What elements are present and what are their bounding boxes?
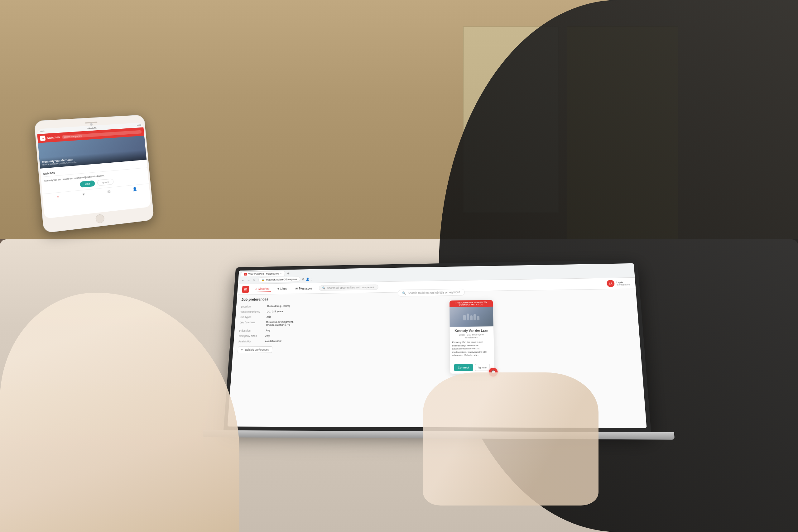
pref-company-size: Company sizes Any bbox=[239, 334, 310, 338]
pref-industries-label: Industries bbox=[239, 329, 266, 332]
phone-home-button[interactable] bbox=[95, 214, 105, 224]
pref-job-types: Job types Job bbox=[240, 315, 311, 319]
edit-preferences-button[interactable]: ✏ Edit job preferences bbox=[238, 346, 272, 353]
card-industry: Legal · 210 employees bbox=[459, 333, 484, 336]
card-company-image bbox=[450, 307, 493, 327]
user-avatar[interactable]: LA bbox=[607, 280, 615, 287]
card-location: Amsterdam bbox=[465, 336, 478, 339]
phone-battery: 100% bbox=[136, 124, 141, 126]
phone-nav-likes[interactable]: ♥ bbox=[82, 192, 85, 197]
nav-likes-label: Likes bbox=[280, 287, 287, 290]
browser-active-tab[interactable]: m Your matches | Magnet.me × bbox=[241, 271, 285, 277]
likes-icon: ♥ bbox=[278, 287, 279, 290]
pref-company-size-value: Any bbox=[265, 334, 270, 337]
pref-functions-label: Job functions bbox=[240, 321, 266, 327]
ignore-button[interactable]: Ignore bbox=[475, 364, 490, 370]
phone-ignore-button[interactable]: Ignore bbox=[97, 178, 113, 186]
pref-location: Location Rotterdam (+50km) bbox=[241, 304, 311, 308]
hand-right bbox=[423, 373, 598, 506]
silhouette-3 bbox=[470, 315, 472, 320]
messages-icon: ✉ bbox=[295, 287, 298, 290]
card-image-overlay bbox=[450, 307, 493, 327]
pref-availability-label: Availability bbox=[238, 340, 265, 343]
browser-actions: ⚙ 👤 ⋮ bbox=[302, 278, 313, 281]
content-search-bar[interactable]: 🔍 Search matches on job title or keyword bbox=[397, 289, 465, 297]
card-body: Kennedy Van der Laan Legal · 210 employe… bbox=[450, 326, 494, 362]
back-button[interactable]: ← bbox=[240, 278, 245, 282]
job-preferences-panel: Job preferences Location Rotterdam (+50k… bbox=[232, 297, 312, 425]
forward-button[interactable]: → bbox=[246, 278, 251, 282]
tab-title: Your matches | Magnet.me bbox=[248, 272, 279, 276]
url-text: magnet.me/en-GB/explore bbox=[266, 278, 297, 281]
card-banner: THIS COMPANY WANTS TO CONNECT WITH YOU bbox=[449, 300, 493, 307]
company-card: THIS COMPANY WANTS TO CONNECT WITH YOU bbox=[449, 300, 494, 373]
nav-messages-label: Messages bbox=[299, 286, 312, 290]
silhouette-2 bbox=[466, 313, 469, 320]
pref-industries: Industries Any bbox=[239, 328, 310, 332]
job-preferences-title: Job preferences bbox=[241, 297, 312, 302]
pref-job-types-value: Job bbox=[266, 316, 270, 319]
tab-favicon: m bbox=[244, 273, 247, 276]
phone-network: T-Mobile NL bbox=[87, 127, 97, 129]
user-info: Layla at magnet.me bbox=[616, 281, 630, 286]
phone-camera bbox=[90, 123, 93, 126]
nav-likes[interactable]: ♥ Likes bbox=[276, 286, 289, 291]
nav-matches[interactable]: ⌂ Matches bbox=[253, 286, 271, 292]
address-bar[interactable]: 🔒 magnet.me/en-GB/explore bbox=[258, 277, 300, 282]
connect-button[interactable]: Connect bbox=[454, 364, 473, 370]
refresh-button[interactable]: ↻ bbox=[252, 278, 257, 282]
card-company-name: Kennedy Van der Laan bbox=[452, 329, 491, 332]
logo-text: m bbox=[244, 287, 247, 291]
phone-screen: 10:41 T-Mobile NL 100% m Matc.hes Search… bbox=[37, 122, 151, 219]
pref-company-size-label: Company sizes bbox=[239, 335, 266, 338]
phone-nav-home[interactable]: ⌂ bbox=[56, 194, 59, 199]
tab-close-button[interactable]: × bbox=[280, 272, 282, 274]
user-section: LA Layla at magnet.me bbox=[607, 280, 630, 287]
pref-availability-value: Available now bbox=[265, 339, 282, 343]
phone-device: 10:41 T-Mobile NL 100% m Matc.hes Search… bbox=[34, 114, 154, 233]
pref-location-label: Location bbox=[241, 305, 267, 308]
card-actions: Connect Ignore bbox=[450, 362, 494, 373]
edit-prefs-label: Edit job preferences bbox=[245, 348, 269, 351]
content-search-placeholder: Search matches on job title or keyword bbox=[407, 290, 460, 294]
user-name: Layla bbox=[616, 281, 630, 284]
matches-label: Matches bbox=[43, 171, 55, 175]
card-subtitle: Legal · 210 employees Amsterdam bbox=[452, 333, 491, 339]
silhouette-1 bbox=[463, 315, 466, 320]
extensions-icon[interactable]: ⚙ bbox=[302, 278, 305, 281]
pref-functions: Job functions Business development, Comm… bbox=[240, 320, 310, 327]
search-placeholder: Search all opportunities and companies bbox=[327, 286, 374, 289]
pref-availability: Availability Available now bbox=[238, 339, 309, 343]
pref-experience: Work experience 0-1, 1-3 years bbox=[240, 309, 311, 313]
matches-icon: ⌂ bbox=[255, 287, 257, 290]
phone-nav-profile[interactable]: 👤 bbox=[132, 187, 137, 191]
phone-body: 10:41 T-Mobile NL 100% m Matc.hes Search… bbox=[34, 114, 154, 233]
pref-industries-value: Any bbox=[266, 329, 270, 332]
phone-logo-text: m bbox=[41, 136, 44, 140]
content-search-icon: 🔍 bbox=[402, 291, 406, 295]
card-people-silhouettes bbox=[463, 313, 479, 320]
silhouette-4 bbox=[473, 314, 476, 320]
phone-app-logo: m bbox=[40, 135, 45, 140]
user-icon[interactable]: 👤 bbox=[305, 278, 309, 281]
pref-job-types-label: Job types bbox=[240, 316, 267, 319]
silhouette-5 bbox=[477, 316, 479, 320]
pref-functions-value: Business development, Communications, +6 bbox=[266, 320, 311, 327]
new-tab-button[interactable]: + bbox=[285, 271, 291, 276]
phone-app-title: Matc.hes bbox=[47, 135, 60, 139]
menu-icon[interactable]: ⋮ bbox=[310, 278, 313, 281]
nav-matches-label: Matches bbox=[258, 287, 269, 290]
pref-location-value: Rotterdam (+50km) bbox=[267, 304, 290, 308]
user-initials: LA bbox=[609, 282, 613, 285]
phone-nav-messages[interactable]: ✉ bbox=[107, 189, 111, 194]
preferences-list: Location Rotterdam (+50km) Work experien… bbox=[238, 304, 311, 343]
phone-like-button[interactable]: Like bbox=[80, 180, 95, 188]
search-icon: 🔍 bbox=[322, 286, 325, 289]
phone-search-placeholder: Search companies bbox=[63, 134, 82, 138]
app-logo: m bbox=[242, 286, 249, 293]
nav-messages[interactable]: ✉ Messages bbox=[293, 285, 314, 291]
card-wrapper: THIS COMPANY WANTS TO CONNECT WITH YOU bbox=[449, 300, 494, 373]
global-search[interactable]: 🔍 Search all opportunities and companies bbox=[319, 285, 378, 291]
phone-time: 10:41 bbox=[40, 130, 44, 132]
pref-experience-value: 0-1, 1-3 years bbox=[267, 310, 283, 313]
